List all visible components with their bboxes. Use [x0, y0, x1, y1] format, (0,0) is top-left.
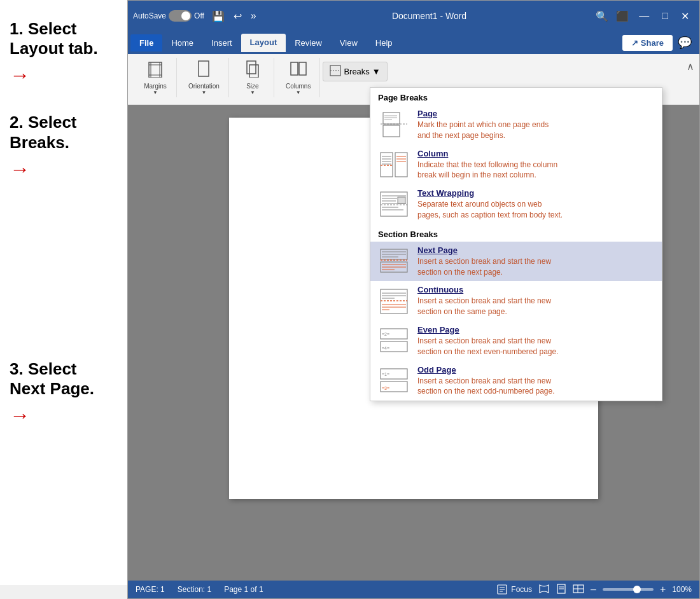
zoom-level: 100%	[672, 585, 692, 594]
more-icon[interactable]: »	[248, 9, 259, 23]
ribbon-group-size: Size ▼	[232, 58, 274, 97]
step3-text: 3. SelectNext Page.	[10, 359, 121, 399]
close-button[interactable]: ✕	[676, 8, 694, 25]
zoom-slider[interactable]	[603, 588, 654, 591]
titlebar-icons: 💾 ↩ »	[209, 9, 259, 24]
status-right: Focus – + 100%	[497, 584, 692, 596]
svg-rect-31	[398, 197, 405, 203]
step1-arrow-row: →	[10, 64, 121, 87]
tab-view[interactable]: View	[331, 34, 367, 52]
margins-label: Margins	[144, 83, 167, 90]
comment-button[interactable]: 💬	[673, 33, 697, 52]
orientation-button[interactable]: Orientation ▼	[185, 58, 223, 97]
size-button[interactable]: Size ▼	[237, 58, 269, 97]
ribbon-tabs: File Home Insert Layout Review View Help…	[128, 31, 699, 54]
tab-home[interactable]: Home	[162, 34, 202, 52]
text-wrapping-desc: Separate text around objects on webpages…	[417, 199, 654, 221]
odd-page-desc: Insert a section break and start the new…	[417, 376, 654, 397]
columns-button[interactable]: Columns ▼	[282, 58, 314, 97]
menu-item-continuous-text: Continuous Insert a section break and st…	[417, 285, 654, 317]
tab-insert[interactable]: Insert	[202, 34, 241, 52]
breaks-button[interactable]: Breaks ▼	[323, 62, 387, 81]
margins-icon	[146, 60, 164, 81]
size-icon	[244, 60, 262, 81]
next-page-title: Next Page	[417, 245, 654, 255]
svg-rect-8	[291, 62, 298, 75]
menu-item-even-page[interactable]: =2= =4= Even Page Insert a section break…	[370, 321, 662, 361]
zoom-slider-container[interactable]	[603, 588, 654, 591]
share-icon: ↗	[631, 38, 638, 48]
save-icon[interactable]: 💾	[209, 9, 227, 24]
menu-item-text-wrapping-text: Text Wrapping Separate text around objec…	[417, 188, 654, 221]
columns-icon	[290, 60, 307, 81]
ribbon-group-orientation: Orientation ▼	[179, 58, 229, 97]
collapse-ribbon-button[interactable]: ∧	[687, 60, 694, 72]
menu-item-continuous[interactable]: Continuous Insert a section break and st…	[370, 281, 662, 321]
page-break-title: Page	[417, 109, 654, 118]
restore-button[interactable]: □	[657, 8, 673, 24]
menu-item-text-wrapping[interactable]: Text Wrapping Separate text around objec…	[370, 184, 662, 224]
page-breaks-header: Page Breaks	[370, 88, 662, 105]
ribbon-group-columns: Columns ▼	[277, 58, 320, 97]
tab-file[interactable]: File	[130, 34, 162, 52]
web-layout-icon[interactable]	[573, 584, 584, 596]
zoom-minus[interactable]: –	[591, 584, 596, 595]
margins-button[interactable]: Margins ▼	[139, 58, 171, 97]
read-mode-icon[interactable]	[538, 584, 550, 596]
tab-review[interactable]: Review	[286, 34, 331, 52]
odd-page-icon: =1= =3=	[378, 367, 410, 395]
svg-rect-7	[249, 65, 258, 78]
share-label: Share	[641, 38, 664, 48]
menu-item-page[interactable]: Page Mark the point at which one page en…	[370, 105, 662, 145]
undo-icon[interactable]: ↩	[231, 9, 244, 24]
ribbon-content: Margins ▼ Orientation ▼ Size ▼	[128, 54, 699, 105]
tab-layout[interactable]: Layout	[241, 34, 286, 52]
ribbon-toggle-icon[interactable]: ⬛	[613, 9, 631, 24]
step2-block: 2. SelectBreaks. →	[10, 113, 121, 181]
window-title: Document1 - Word	[265, 11, 594, 21]
autosave-label: AutoSave	[133, 11, 166, 20]
column-break-title: Column	[417, 149, 654, 158]
svg-rect-5	[199, 61, 209, 76]
step2-arrow: →	[10, 158, 30, 181]
share-button[interactable]: ↗ Share	[622, 35, 673, 51]
even-page-desc: Insert a section break and start the new…	[417, 336, 654, 357]
next-page-icon	[378, 247, 410, 275]
step3-arrow-row: →	[10, 404, 121, 427]
search-icon[interactable]: 🔍	[593, 9, 611, 24]
text-wrapping-title: Text Wrapping	[417, 188, 654, 198]
title-bar: AutoSave Off 💾 ↩ » Document1 - Word 🔍 ⬛ …	[128, 1, 699, 31]
even-page-title: Even Page	[417, 325, 654, 334]
autosave-toggle[interactable]	[169, 10, 192, 22]
menu-item-next-page[interactable]: Next Page Insert a section break and sta…	[370, 242, 662, 282]
svg-text:=2=: =2=	[382, 332, 389, 336]
focus-label[interactable]: Focus	[497, 584, 532, 595]
orientation-label: Orientation	[188, 83, 220, 90]
zoom-plus[interactable]: +	[660, 584, 666, 595]
step3-arrow: →	[10, 404, 30, 427]
tab-help[interactable]: Help	[367, 34, 402, 52]
status-page: PAGE: 1	[136, 585, 165, 594]
next-page-desc: Insert a section break and start the new…	[417, 256, 654, 278]
continuous-icon	[378, 287, 410, 315]
step2-text: 2. SelectBreaks.	[10, 113, 121, 152]
section-breaks-header: Section Breaks	[370, 224, 662, 242]
breaks-dropdown: Page Breaks Page Mark the point at whi	[370, 87, 662, 401]
instruction-panel: 1. SelectLayout tab. → 2. SelectBreaks. …	[0, 0, 127, 585]
breaks-group: Breaks ▼	[323, 58, 387, 81]
menu-item-odd-page[interactable]: =1= =3= Odd Page Insert a section break …	[370, 361, 662, 401]
status-bar: PAGE: 1 Section: 1 Page 1 of 1 Focus –	[128, 581, 699, 598]
toggle-state-label: Off	[194, 11, 204, 20]
orientation-icon	[195, 60, 213, 81]
svg-text:=3=: =3=	[382, 386, 389, 390]
menu-item-even-page-text: Even Page Insert a section break and sta…	[417, 325, 654, 357]
autosave-group: AutoSave Off	[133, 10, 204, 22]
menu-item-column[interactable]: Column Indicate that the text following …	[370, 145, 662, 185]
odd-page-title: Odd Page	[417, 365, 654, 375]
toggle-circle	[181, 11, 190, 20]
minimize-button[interactable]: —	[634, 8, 654, 24]
svg-rect-12	[383, 113, 400, 124]
word-window: AutoSave Off 💾 ↩ » Document1 - Word 🔍 ⬛ …	[127, 0, 700, 599]
print-layout-icon[interactable]	[556, 584, 566, 596]
menu-item-odd-page-text: Odd Page Insert a section break and star…	[417, 365, 654, 397]
